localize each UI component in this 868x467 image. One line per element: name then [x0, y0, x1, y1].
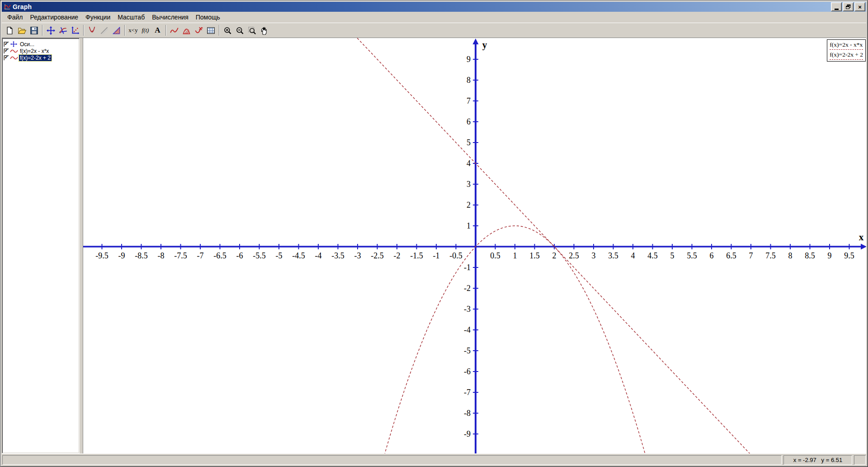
new-file-button[interactable]	[4, 24, 16, 37]
checkmark-icon: ✔	[5, 55, 8, 60]
title-bar: Graph ×	[2, 2, 866, 12]
menu-bar: Файл Редактирование Функции Масштаб Вычи…	[2, 12, 866, 23]
function-2-visible-checkbox[interactable]: ✔	[4, 55, 9, 61]
insert-relation-button[interactable]: x<y	[127, 24, 139, 37]
minimize-button[interactable]	[831, 2, 842, 11]
legend-entry: f(x)=2x - x*x	[830, 41, 863, 50]
svg-text:-6: -6	[464, 367, 471, 376]
svg-text:-5: -5	[276, 251, 283, 260]
zoom-out-button[interactable]	[234, 24, 246, 37]
insert-trendline-button[interactable]	[180, 24, 193, 37]
sidebar-item-axes[interactable]: ✔ Оси...	[4, 41, 78, 48]
menu-file[interactable]: Файл	[4, 12, 26, 22]
svg-text:0.5: 0.5	[490, 251, 500, 260]
insert-function-button[interactable]	[86, 24, 98, 37]
function-curve-icon	[10, 48, 18, 54]
trend-dome-icon	[182, 26, 191, 35]
axes-icon	[10, 41, 18, 47]
svg-text:-1.5: -1.5	[410, 251, 423, 260]
svg-text:2: 2	[552, 251, 557, 260]
svg-text:-8.5: -8.5	[135, 251, 148, 260]
zoom-in-button[interactable]	[222, 24, 234, 37]
plot-canvas[interactable]: xy-9.5-9-8.5-8-7.5-7-6.5-6-5.5-5-4.5-4-3…	[83, 38, 866, 453]
svg-text:-2: -2	[394, 251, 401, 260]
svg-text:-9: -9	[464, 429, 471, 438]
svg-text:9: 9	[828, 251, 832, 260]
menu-zoom[interactable]: Масштаб	[114, 12, 148, 22]
sidebar-splitter[interactable]	[80, 38, 83, 453]
axes-icon	[47, 26, 55, 35]
svg-text:-6: -6	[236, 251, 243, 260]
close-button[interactable]: ×	[854, 2, 865, 11]
svg-text:2.5: 2.5	[569, 251, 579, 260]
status-end-panel	[854, 455, 866, 465]
menu-help[interactable]: Помощь	[192, 12, 224, 22]
menu-edit[interactable]: Редактирование	[26, 12, 82, 22]
checkmark-icon: ✔	[5, 48, 8, 53]
axis-points-icon	[71, 26, 80, 35]
status-message-panel	[2, 455, 782, 465]
content-area: ✔ Оси... ✔ f(x)=2x - x*x ✔ f(x)=2-2x + 2…	[2, 38, 866, 453]
svg-text:-4: -4	[464, 325, 471, 334]
insert-parametric-button[interactable]: f(t)	[139, 24, 151, 37]
sidebar-item-function-1[interactable]: ✔ f(x)=2x - x*x	[4, 48, 78, 54]
axes-settings-button[interactable]	[45, 24, 57, 37]
legend-entry: f(x)=2-2x + 2	[830, 51, 863, 60]
axes-visible-checkbox[interactable]: ✔	[4, 42, 9, 47]
plot-area: xy-9.5-9-8.5-8-7.5-7-6.5-6-5.5-5-4.5-4-3…	[83, 38, 866, 453]
svg-text:-7: -7	[464, 388, 471, 397]
svg-text:-3: -3	[464, 305, 471, 314]
toolbar: x<y f(t) A	[2, 23, 866, 38]
text-label: A	[155, 26, 160, 35]
svg-text:6.5: 6.5	[726, 251, 736, 260]
svg-text:4: 4	[467, 159, 471, 168]
svg-text:x: x	[859, 232, 864, 243]
svg-text:-3: -3	[354, 251, 361, 260]
evaluate-button[interactable]	[193, 24, 205, 37]
pan-button[interactable]	[258, 24, 270, 37]
sidebar-item-label: f(x)=2-2x + 2	[19, 55, 52, 61]
svg-text:2: 2	[467, 200, 471, 210]
insert-tangent-button[interactable]	[98, 24, 110, 37]
insert-label-button[interactable]: A	[151, 24, 164, 37]
svg-text:-6.5: -6.5	[213, 251, 226, 260]
insert-point-series-button[interactable]	[168, 24, 180, 37]
svg-text:5: 5	[467, 138, 471, 147]
save-icon	[30, 26, 38, 35]
svg-text:8: 8	[467, 76, 471, 85]
svg-text:1: 1	[513, 251, 517, 260]
svg-text:-2: -2	[464, 284, 471, 293]
insert-shading-button[interactable]	[110, 24, 123, 37]
zoom-out-icon	[236, 26, 244, 35]
zoom-window-button[interactable]	[246, 24, 258, 37]
svg-text:-0.5: -0.5	[449, 251, 462, 260]
svg-text:3.5: 3.5	[608, 251, 618, 260]
show-table-button[interactable]	[205, 24, 217, 37]
function-1-visible-checkbox[interactable]: ✔	[4, 48, 9, 54]
svg-text:3: 3	[467, 180, 471, 189]
svg-text:-8: -8	[464, 409, 471, 418]
svg-text:-1: -1	[433, 251, 440, 260]
app-logo-icon	[4, 3, 11, 10]
function-curve-icon	[10, 55, 18, 61]
restore-button[interactable]	[843, 2, 854, 11]
svg-text:-9.5: -9.5	[95, 251, 108, 260]
cursor-coordinates: x = -2.97 y = 6.51	[783, 455, 852, 465]
svg-text:6: 6	[467, 117, 471, 126]
sidebar-item-function-2[interactable]: ✔ f(x)=2-2x + 2	[4, 54, 78, 61]
open-button[interactable]	[16, 24, 28, 37]
zoom-window-icon	[248, 26, 256, 35]
svg-text:9.5: 9.5	[844, 251, 854, 260]
toolbar-separator	[83, 25, 84, 36]
options-button[interactable]	[69, 24, 81, 37]
menu-functions[interactable]: Функции	[82, 12, 114, 22]
svg-text:-5: -5	[464, 346, 471, 355]
svg-text:7: 7	[749, 251, 753, 260]
new-file-icon	[5, 26, 14, 35]
svg-text:-7: -7	[197, 251, 204, 260]
svg-text:1.5: 1.5	[529, 251, 540, 260]
table-icon	[207, 26, 215, 35]
axes-style-button[interactable]	[57, 24, 69, 37]
save-button[interactable]	[28, 24, 40, 37]
menu-calc[interactable]: Вычисления	[148, 12, 192, 22]
